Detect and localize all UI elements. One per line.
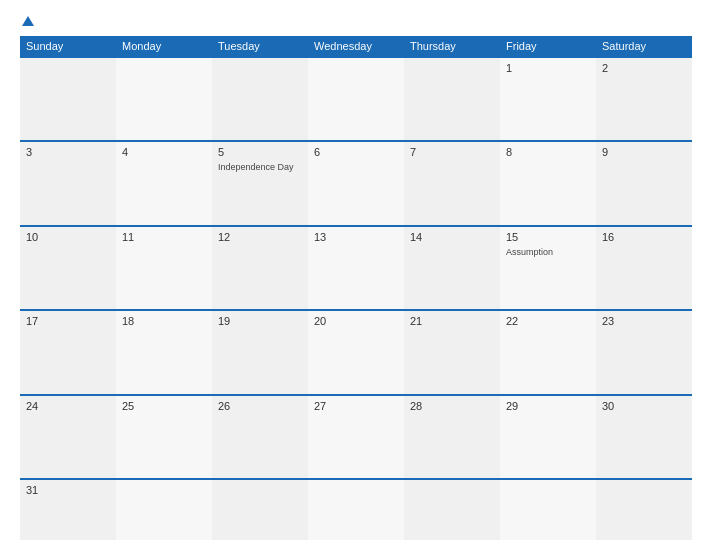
day-number: 29 [506, 400, 590, 412]
day-cell [212, 58, 308, 140]
holiday-label: Independence Day [218, 162, 302, 173]
day-header-tuesday: Tuesday [212, 36, 308, 56]
day-number: 22 [506, 315, 590, 327]
day-number: 11 [122, 231, 206, 243]
week-row-4: 17181920212223 [20, 309, 692, 393]
day-cell: 4 [116, 142, 212, 224]
day-cell: 15Assumption [500, 227, 596, 309]
calendar: SundayMondayTuesdayWednesdayThursdayFrid… [20, 36, 692, 540]
day-header-sunday: Sunday [20, 36, 116, 56]
day-header-thursday: Thursday [404, 36, 500, 56]
day-cell: 16 [596, 227, 692, 309]
day-number: 12 [218, 231, 302, 243]
day-number: 30 [602, 400, 686, 412]
day-cell: 12 [212, 227, 308, 309]
day-number: 19 [218, 315, 302, 327]
day-cell: 27 [308, 396, 404, 478]
day-number: 7 [410, 146, 494, 158]
day-number: 5 [218, 146, 302, 158]
day-cell: 18 [116, 311, 212, 393]
day-cell: 2 [596, 58, 692, 140]
day-header-friday: Friday [500, 36, 596, 56]
day-cell: 28 [404, 396, 500, 478]
day-number: 15 [506, 231, 590, 243]
day-number: 10 [26, 231, 110, 243]
day-cell: 9 [596, 142, 692, 224]
calendar-page: SundayMondayTuesdayWednesdayThursdayFrid… [0, 0, 712, 550]
day-number: 26 [218, 400, 302, 412]
day-number: 4 [122, 146, 206, 158]
day-cell [308, 480, 404, 540]
day-cell [20, 58, 116, 140]
holiday-label: Assumption [506, 247, 590, 258]
day-number: 1 [506, 62, 590, 74]
day-number: 31 [26, 484, 110, 496]
day-number: 17 [26, 315, 110, 327]
day-number: 8 [506, 146, 590, 158]
day-cell: 31 [20, 480, 116, 540]
day-number: 28 [410, 400, 494, 412]
day-cell: 14 [404, 227, 500, 309]
day-number: 6 [314, 146, 398, 158]
week-row-6: 31 [20, 478, 692, 540]
day-cell [500, 480, 596, 540]
day-cell: 24 [20, 396, 116, 478]
day-cell [212, 480, 308, 540]
day-number: 18 [122, 315, 206, 327]
week-row-2: 345Independence Day6789 [20, 140, 692, 224]
day-cell [116, 480, 212, 540]
day-number: 27 [314, 400, 398, 412]
day-number: 14 [410, 231, 494, 243]
day-cell: 3 [20, 142, 116, 224]
day-cell: 6 [308, 142, 404, 224]
day-cell: 20 [308, 311, 404, 393]
weeks-container: 12345Independence Day6789101112131415Ass… [20, 56, 692, 540]
day-cell: 7 [404, 142, 500, 224]
day-cell: 26 [212, 396, 308, 478]
day-cell: 17 [20, 311, 116, 393]
day-number: 3 [26, 146, 110, 158]
day-cell: 29 [500, 396, 596, 478]
day-headers: SundayMondayTuesdayWednesdayThursdayFrid… [20, 36, 692, 56]
day-cell: 10 [20, 227, 116, 309]
day-number: 23 [602, 315, 686, 327]
day-cell [116, 58, 212, 140]
day-cell: 5Independence Day [212, 142, 308, 224]
day-cell [308, 58, 404, 140]
week-row-1: 12 [20, 56, 692, 140]
day-number: 2 [602, 62, 686, 74]
day-number: 13 [314, 231, 398, 243]
day-cell: 13 [308, 227, 404, 309]
day-cell [596, 480, 692, 540]
day-header-wednesday: Wednesday [308, 36, 404, 56]
day-cell: 8 [500, 142, 596, 224]
day-header-monday: Monday [116, 36, 212, 56]
logo [20, 16, 34, 26]
day-number: 16 [602, 231, 686, 243]
day-cell [404, 58, 500, 140]
day-header-saturday: Saturday [596, 36, 692, 56]
day-cell: 19 [212, 311, 308, 393]
day-number: 20 [314, 315, 398, 327]
header [20, 16, 692, 26]
day-cell: 30 [596, 396, 692, 478]
day-cell: 25 [116, 396, 212, 478]
day-cell: 1 [500, 58, 596, 140]
day-cell: 22 [500, 311, 596, 393]
day-number: 21 [410, 315, 494, 327]
day-number: 24 [26, 400, 110, 412]
week-row-3: 101112131415Assumption16 [20, 225, 692, 309]
day-cell [404, 480, 500, 540]
day-cell: 21 [404, 311, 500, 393]
day-number: 9 [602, 146, 686, 158]
week-row-5: 24252627282930 [20, 394, 692, 478]
day-number: 25 [122, 400, 206, 412]
logo-triangle-icon [22, 16, 34, 26]
day-cell: 23 [596, 311, 692, 393]
day-cell: 11 [116, 227, 212, 309]
